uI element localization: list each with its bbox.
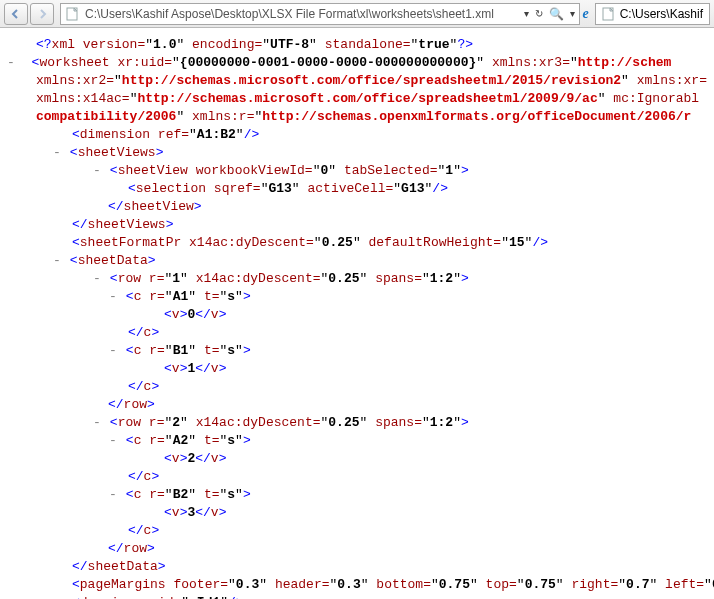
cell-close: </c> [6, 324, 714, 342]
cell-open: - <c r="B1" t="s"> [6, 342, 714, 360]
file-icon [602, 7, 616, 21]
row-close: </row> [6, 540, 714, 558]
collapse-icon[interactable]: - [108, 288, 118, 306]
forward-button[interactable] [30, 3, 54, 25]
collapse-icon[interactable]: - [108, 342, 118, 360]
browser-toolbar: ▾ ↻ 🔍 ▾ e C:\Users\Kashif [0, 0, 714, 28]
refresh-icon[interactable]: ↻ [535, 8, 543, 19]
arrow-left-icon [10, 8, 22, 20]
cell-close: </c> [6, 468, 714, 486]
cell-value: <v>2</v> [6, 450, 714, 468]
dimension-el: <dimension ref="A1:B2"/> [6, 126, 714, 144]
collapse-icon[interactable]: - [52, 144, 62, 162]
sheetview-close: </sheetView> [6, 198, 714, 216]
xml-declaration: <?xml version="1.0" encoding="UTF-8" sta… [6, 36, 714, 54]
cell-open: - <c r="B2" t="s"> [6, 486, 714, 504]
search-icon[interactable]: 🔍 [549, 7, 564, 21]
worksheet-ns-line2: xmlns:xr2="http://schemas.microsoft.com/… [6, 72, 714, 90]
worksheet-ns-line4: compatibility/2006" xmlns:r="http://sche… [6, 108, 714, 126]
dropdown-icon[interactable]: ▾ [524, 8, 529, 19]
back-button[interactable] [4, 3, 28, 25]
sheetviews-close: </sheetViews> [6, 216, 714, 234]
arrow-right-icon [36, 8, 48, 20]
sheetviews-open: - <sheetViews> [6, 144, 714, 162]
cell-value: <v>0</v> [6, 306, 714, 324]
file-icon [65, 7, 79, 21]
collapse-icon[interactable]: - [6, 54, 16, 72]
sheetdata-close: </sheetData> [6, 558, 714, 576]
sheetview-open: - <sheetView workbookViewId="0" tabSelec… [6, 162, 714, 180]
selection-el: <selection sqref="G13" activeCell="G13"/… [6, 180, 714, 198]
collapse-icon[interactable]: - [92, 414, 102, 432]
collapse-icon[interactable]: - [108, 486, 118, 504]
pagemargins-el: <pageMargins footer="0.3" header="0.3" b… [6, 576, 714, 594]
ie-logo-icon: e [582, 6, 588, 22]
cell-open: - <c r="A2" t="s"> [6, 432, 714, 450]
collapse-icon[interactable]: - [108, 432, 118, 450]
drawing-el: <drawing r:id="rId1"/> [6, 594, 714, 599]
tab-title: C:\Users\Kashif [620, 7, 703, 21]
address-input[interactable] [83, 6, 520, 22]
cell-open: - <c r="A1" t="s"> [6, 288, 714, 306]
cell-value: <v>3</v> [6, 504, 714, 522]
collapse-icon[interactable]: - [92, 270, 102, 288]
collapse-icon[interactable]: - [92, 162, 102, 180]
worksheet-ns-line3: xmlns:x14ac="http://schemas.microsoft.co… [6, 90, 714, 108]
browser-tab[interactable]: C:\Users\Kashif [595, 3, 710, 25]
row-open: - <row r="1" x14ac:dyDescent="0.25" span… [6, 270, 714, 288]
sheetformatpr-el: <sheetFormatPr x14ac:dyDescent="0.25" de… [6, 234, 714, 252]
cell-value: <v>1</v> [6, 360, 714, 378]
cell-close: </c> [6, 522, 714, 540]
row-close: </row> [6, 396, 714, 414]
collapse-icon[interactable]: - [52, 252, 62, 270]
sheetdata-open: - <sheetData> [6, 252, 714, 270]
row-open: - <row r="2" x14ac:dyDescent="0.25" span… [6, 414, 714, 432]
cell-close: </c> [6, 378, 714, 396]
address-bar[interactable]: ▾ ↻ 🔍 ▾ [60, 3, 580, 25]
search-dropdown-icon[interactable]: ▾ [570, 8, 575, 19]
worksheet-open: - <worksheet xr:uid="{00000000-0001-0000… [6, 54, 714, 72]
xml-viewer: <?xml version="1.0" encoding="UTF-8" sta… [0, 28, 714, 599]
